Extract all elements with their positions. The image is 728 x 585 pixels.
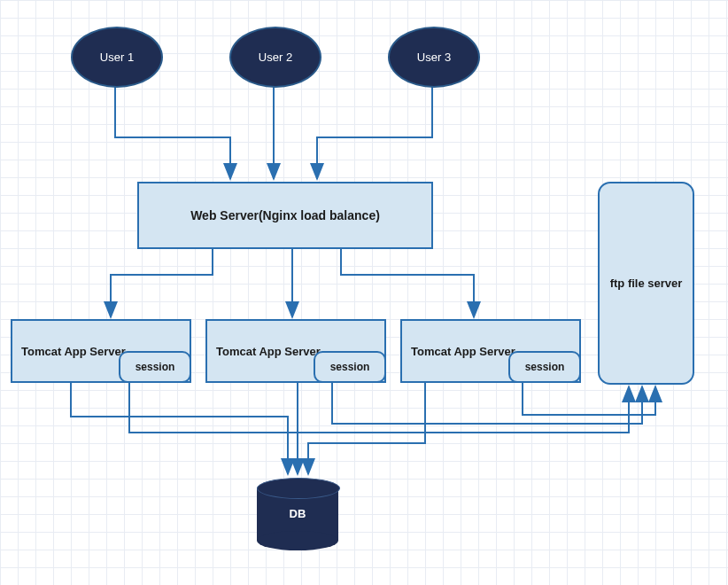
- web-server-label: Web Server(Nginx load balance): [190, 208, 380, 222]
- ftp-label: ftp file server: [610, 277, 683, 290]
- session-box-2: session: [314, 351, 386, 383]
- tomcat-box-3: Tomcat App Server session: [400, 319, 581, 383]
- tomcat-box-2: Tomcat App Server session: [205, 319, 386, 383]
- user-node-3: User 3: [388, 27, 480, 88]
- user-node-1: User 1: [71, 27, 163, 88]
- tomcat-box-1: Tomcat App Server session: [11, 319, 191, 383]
- web-server-box: Web Server(Nginx load balance): [137, 182, 433, 249]
- session-1-label: session: [136, 361, 175, 373]
- user-node-2: User 2: [229, 27, 321, 88]
- session-box-3: session: [508, 351, 581, 383]
- tomcat-3-label: Tomcat App Server: [411, 345, 515, 358]
- tomcat-2-label: Tomcat App Server: [216, 345, 321, 358]
- ftp-server-box: ftp file server: [598, 182, 694, 385]
- session-box-1: session: [119, 351, 191, 383]
- tomcat-1-label: Tomcat App Server: [21, 345, 126, 358]
- user-2-label: User 2: [259, 51, 292, 64]
- db-cylinder: DB: [257, 488, 338, 541]
- user-3-label: User 3: [417, 51, 451, 64]
- db-label: DB: [257, 507, 338, 520]
- session-3-label: session: [525, 361, 565, 373]
- session-2-label: session: [330, 361, 370, 373]
- user-1-label: User 1: [100, 51, 134, 64]
